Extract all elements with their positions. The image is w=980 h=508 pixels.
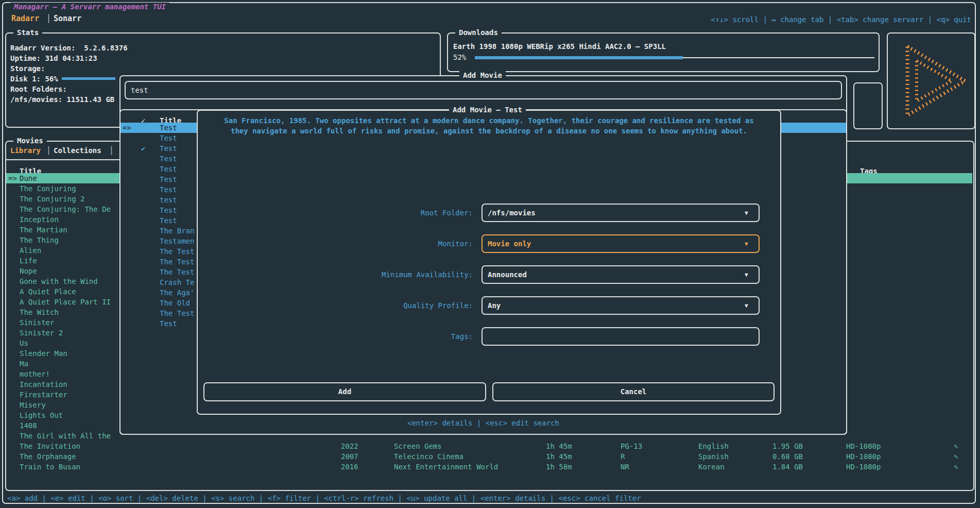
movies-tab-separator-1: │ xyxy=(46,146,50,155)
dropdown-arrow-icon: ▼ xyxy=(745,240,748,248)
movie-row[interactable]: Life xyxy=(20,257,37,265)
movie-row[interactable]: Ma xyxy=(20,360,28,368)
search-result-row[interactable]: Test xyxy=(160,206,177,214)
movie-row[interactable]: Us xyxy=(20,339,28,347)
movie-row[interactable]: Dune xyxy=(20,174,37,182)
movie-row[interactable]: The Invitation xyxy=(20,442,80,450)
movie-row[interactable]: Train to Busan xyxy=(20,463,80,471)
search-result-row[interactable]: Test xyxy=(160,165,177,173)
movie-row[interactable]: The Thing xyxy=(20,236,59,244)
search-result-row[interactable]: Test xyxy=(160,144,177,153)
search-result-row[interactable]: test xyxy=(160,196,177,204)
movie-search-input[interactable] xyxy=(125,81,842,99)
movie-row[interactable]: The Girl with All the xyxy=(20,432,111,440)
download-percent-label: 52% xyxy=(453,53,466,61)
form-select[interactable] xyxy=(482,296,760,315)
disk-usage-gauge xyxy=(62,77,115,80)
form-field-label: Root Folder: xyxy=(300,209,473,217)
search-result-row[interactable]: Test xyxy=(160,124,177,132)
movie-row[interactable]: Sinister xyxy=(20,318,54,327)
search-result-row[interactable]: Test xyxy=(160,134,177,142)
form-field-label: Monitor: xyxy=(300,240,473,248)
movie-cell: Spanish xyxy=(698,452,729,461)
search-result-row[interactable]: The Old xyxy=(160,299,190,307)
movie-row[interactable]: Inception xyxy=(20,215,59,224)
movies-tab-separator-2: │ xyxy=(109,146,113,155)
tab-separator: │ xyxy=(46,14,51,23)
movie-cell: Telecinco Cinema xyxy=(394,452,463,461)
movie-row[interactable]: Sinister 2 xyxy=(20,329,63,337)
movie-row[interactable]: The Conjuring xyxy=(20,184,76,193)
movie-cell: 1.95 GB xyxy=(772,442,803,450)
search-result-row[interactable]: The Test xyxy=(160,247,194,256)
tab-library[interactable]: Library xyxy=(10,146,41,155)
movies-tabs-underline xyxy=(5,159,119,160)
movie-row[interactable]: Misery xyxy=(20,401,46,409)
movie-cell: 2007 xyxy=(341,452,358,461)
movie-cell: HD-1080p xyxy=(846,463,881,471)
monitored-pencil-icon: ✎ xyxy=(954,463,958,471)
movie-cell: 2022 xyxy=(341,442,358,450)
search-result-row[interactable]: Testamen xyxy=(160,237,194,245)
search-result-row[interactable]: Test xyxy=(160,319,177,328)
movie-row[interactable]: Gone with the Wind xyxy=(20,277,98,285)
overlay-keybind-hint: <enter> details | <esc> edit search xyxy=(119,419,847,427)
movie-cell: HD-1080p xyxy=(846,452,881,461)
movie-cell: English xyxy=(698,442,729,450)
movie-row[interactable]: The Martian xyxy=(20,226,67,234)
movie-overview-line2: they navigate a world full of risks and … xyxy=(202,127,776,135)
dropdown-arrow-icon: ▼ xyxy=(745,271,748,279)
add-movie-modal xyxy=(197,110,781,415)
search-result-row[interactable]: The Aga' xyxy=(160,289,194,297)
form-field-value: /nfs/movies xyxy=(488,209,536,217)
search-result-row[interactable]: Test xyxy=(160,155,177,163)
movie-row[interactable]: The Witch xyxy=(20,308,59,316)
stats-disk-label: Disk 1: 56% xyxy=(10,75,58,83)
form-field-value: Any xyxy=(488,301,501,310)
search-result-row[interactable]: Test xyxy=(160,216,177,225)
tab-sonarr[interactable]: Sonarr xyxy=(54,14,81,23)
movie-row[interactable]: A Quiet Place xyxy=(20,287,76,296)
tags-input[interactable] xyxy=(482,327,760,346)
search-result-row[interactable]: The Test xyxy=(160,268,194,276)
search-result-row[interactable]: Crash Te xyxy=(160,278,194,286)
movie-row[interactable]: Firestarter xyxy=(20,391,67,399)
search-result-row[interactable]: Test xyxy=(160,175,177,183)
movie-row[interactable]: The Orphanage xyxy=(20,452,76,461)
movie-row[interactable]: Slender Man xyxy=(20,349,67,358)
selection-arrow: => xyxy=(8,174,17,182)
movie-row[interactable]: Nope xyxy=(20,267,37,275)
movie-row[interactable]: 1408 xyxy=(20,421,37,430)
movie-cell: Screen Gems xyxy=(394,442,442,450)
movie-cell: R xyxy=(621,452,625,461)
movie-cell: 2016 xyxy=(341,463,358,471)
movie-row[interactable]: The Conjuring 2 xyxy=(20,195,84,203)
form-field-value: Movie only xyxy=(488,240,531,248)
search-result-row[interactable]: Test xyxy=(160,185,177,194)
tab-radarr[interactable]: Radarr xyxy=(11,14,39,23)
movie-row[interactable]: A Quiet Place Part II xyxy=(20,298,111,306)
movie-row[interactable]: Alien xyxy=(20,246,41,255)
stats-storage-label: Storage: xyxy=(10,64,45,73)
download-progress-track xyxy=(683,57,874,58)
search-result-row[interactable]: The Bran xyxy=(160,227,194,235)
add-movie-overlay-title: Add Movie xyxy=(459,71,506,79)
movie-row[interactable]: Incantation xyxy=(20,380,67,388)
form-field-label: Minimum Availability: xyxy=(300,270,473,279)
tab-collections[interactable]: Collections xyxy=(54,146,101,155)
search-result-row[interactable]: The Test xyxy=(160,258,194,266)
stats-panel-title: Stats xyxy=(13,28,42,37)
form-field-value: Announced xyxy=(488,270,527,279)
movie-row[interactable]: The Conjuring: The De xyxy=(20,205,111,213)
check-icon: ✔ xyxy=(141,144,145,153)
movie-cell: 0.68 GB xyxy=(772,452,803,461)
panel-fragment xyxy=(853,82,883,129)
movie-row[interactable]: mother! xyxy=(20,370,50,378)
movie-cell: HD-1080p xyxy=(846,442,881,450)
movie-cell: Next Entertainment World xyxy=(394,463,498,471)
movie-row[interactable]: Lights Out xyxy=(20,411,63,419)
movie-cell: Korean xyxy=(698,463,725,471)
movies-panel-title: Movies xyxy=(13,137,47,145)
top-keybind-hints: <↑↓> scroll | ↔ change tab | <tab> chang… xyxy=(669,15,971,24)
search-result-row[interactable]: The Test xyxy=(160,309,194,317)
